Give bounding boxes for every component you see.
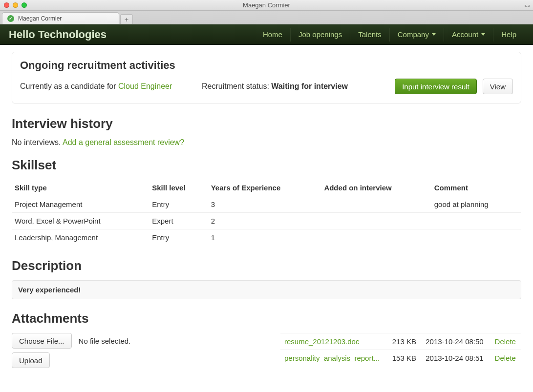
nav-account[interactable]: Account bbox=[444, 28, 493, 41]
check-icon: ✓ bbox=[7, 15, 14, 22]
attachments-upload-area: Choose File... No file selected. Upload bbox=[12, 333, 266, 368]
interview-history-empty: No interviews. Add a general assessment … bbox=[12, 138, 521, 147]
nav-links: Home Job openings Talents Company Accoun… bbox=[255, 28, 524, 41]
attachments-heading: Attachments bbox=[12, 311, 521, 326]
ongoing-candidate-text: Currently as a candidate for Cloud Engin… bbox=[20, 82, 196, 91]
attachment-date: 2013-10-24 08:51 bbox=[422, 350, 490, 367]
nav-company[interactable]: Company bbox=[390, 28, 444, 41]
attachment-delete-link[interactable]: Delete bbox=[491, 333, 521, 350]
new-tab-button[interactable]: + bbox=[120, 14, 133, 24]
brand-logo[interactable]: Hello Technologies bbox=[9, 28, 107, 41]
description-body: Very experienced! bbox=[12, 280, 521, 299]
table-row: Project Management Entry 3 good at plann… bbox=[12, 196, 521, 213]
close-window-button[interactable] bbox=[4, 2, 9, 8]
attachment-link[interactable]: resume_20121203.doc bbox=[284, 337, 359, 346]
nav-help[interactable]: Help bbox=[493, 28, 524, 41]
view-button[interactable]: View bbox=[483, 79, 513, 94]
window-titlebar: Maegan Cormier bbox=[0, 0, 533, 11]
description-heading: Description bbox=[12, 258, 521, 273]
col-skill-type: Skill type bbox=[12, 180, 149, 196]
app-navbar: Hello Technologies Home Job openings Tal… bbox=[0, 24, 533, 45]
table-row: personality_analysis_report... 153 KB 20… bbox=[280, 350, 521, 367]
col-years: Years of Experience bbox=[208, 180, 321, 196]
attachment-delete-link[interactable]: Delete bbox=[491, 350, 521, 367]
attachment-size: 213 KB bbox=[388, 333, 422, 350]
ongoing-panel: Ongoing recruitment activities Currently… bbox=[12, 52, 521, 103]
window-corner-icon bbox=[524, 1, 530, 8]
ongoing-position-link[interactable]: Cloud Engineer bbox=[118, 82, 172, 90]
nav-jobs[interactable]: Job openings bbox=[291, 28, 350, 41]
browser-tabbar: ✓ Maegan Cormier + bbox=[0, 11, 533, 24]
upload-button[interactable]: Upload bbox=[12, 352, 50, 368]
input-interview-result-button[interactable]: Input interview result bbox=[395, 79, 477, 94]
col-comment: Comment bbox=[431, 180, 521, 196]
attachment-size: 153 KB bbox=[388, 350, 422, 367]
chevron-down-icon bbox=[481, 33, 485, 36]
attachment-link[interactable]: personality_analysis_report... bbox=[284, 354, 380, 362]
chevron-down-icon bbox=[432, 33, 436, 36]
choose-file-button[interactable]: Choose File... bbox=[12, 333, 72, 349]
add-assessment-link[interactable]: Add a general assessment review? bbox=[63, 138, 184, 146]
table-row: Leadership, Management Entry 1 bbox=[12, 229, 521, 246]
no-file-selected-text: No file selected. bbox=[79, 337, 131, 345]
ongoing-heading: Ongoing recruitment activities bbox=[20, 59, 513, 72]
attachments-table: resume_20121203.doc 213 KB 2013-10-24 08… bbox=[280, 333, 521, 366]
traffic-lights bbox=[0, 2, 27, 8]
nav-talents[interactable]: Talents bbox=[350, 28, 390, 41]
col-skill-level: Skill level bbox=[149, 180, 208, 196]
skillset-heading: Skillset bbox=[12, 158, 521, 173]
ongoing-status-text: Recruitment status: Waiting for intervie… bbox=[202, 82, 389, 91]
skill-table: Skill type Skill level Years of Experien… bbox=[12, 180, 521, 246]
table-row: resume_20121203.doc 213 KB 2013-10-24 08… bbox=[280, 333, 521, 350]
browser-tab-active[interactable]: ✓ Maegan Cormier bbox=[2, 12, 119, 24]
minimize-window-button[interactable] bbox=[13, 2, 18, 8]
browser-tab-label: Maegan Cormier bbox=[18, 15, 62, 22]
attachment-date: 2013-10-24 08:50 bbox=[422, 333, 490, 350]
page-content: Ongoing recruitment activities Currently… bbox=[0, 45, 533, 392]
col-added: Added on interview bbox=[321, 180, 431, 196]
nav-home[interactable]: Home bbox=[255, 28, 291, 41]
table-row: Word, Excel & PowerPoint Expert 2 bbox=[12, 213, 521, 229]
interview-history-heading: Interview history bbox=[12, 116, 521, 131]
zoom-window-button[interactable] bbox=[21, 2, 27, 8]
window-title: Maegan Cormier bbox=[0, 1, 533, 9]
